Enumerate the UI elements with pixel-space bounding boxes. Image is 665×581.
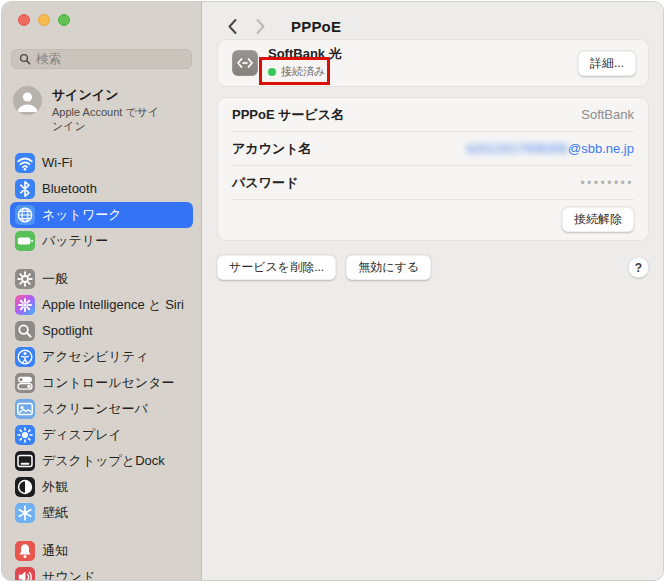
traffic-lights	[10, 2, 193, 26]
minimize-window-button[interactable]	[38, 14, 50, 26]
sidebar-item-label: アクセシビリティ	[42, 348, 148, 366]
sidebar-item-siri[interactable]: Apple Intelligence と Siri	[10, 292, 193, 318]
sidebar-item-label: ディスプレイ	[42, 426, 122, 444]
page-title: PPPoE	[291, 18, 341, 35]
account-name-value: b2012017006305@sbb.ne.jp	[467, 141, 634, 156]
display-icon	[15, 425, 35, 445]
service-name: SoftBank 光	[268, 47, 578, 61]
service-card: SoftBank 光 接続済み 詳細...	[217, 39, 649, 87]
sidebar-item-wifi[interactable]: Wi-Fi	[10, 150, 193, 176]
spotlight-icon	[15, 321, 35, 341]
wifi-icon	[15, 153, 35, 173]
bluetooth-icon	[15, 179, 35, 199]
sidebar-item-label: スクリーンセーバ	[42, 400, 148, 418]
search-input[interactable]: 検索	[11, 49, 192, 69]
sidebar-item-label: ネットワーク	[42, 206, 122, 224]
sidebar-item-control-center[interactable]: コントロールセンター	[10, 370, 193, 396]
settings-window: 検索 サインイン Apple Account でサインイン Wi-FiBluet…	[1, 1, 664, 581]
sidebar-item-wallpaper[interactable]: 壁紙	[10, 500, 193, 526]
account-name-label: アカウント名	[232, 140, 312, 158]
control-center-icon	[15, 373, 35, 393]
account-name-row: アカウント名 b2012017006305@sbb.ne.jp	[232, 132, 634, 166]
main-panel: PPPoE SoftBank 光 接続済み 詳細...	[202, 2, 663, 580]
signin-subtitle: Apple Account でサインイン	[52, 106, 170, 134]
sidebar-item-battery[interactable]: バッテリー	[10, 228, 193, 254]
signin-title: サインイン	[52, 86, 170, 104]
sidebar-item-label: Wi-Fi	[42, 155, 72, 170]
sidebar-item-network-globe[interactable]: ネットワーク	[10, 202, 193, 228]
sidebar-item-spotlight[interactable]: Spotlight	[10, 318, 193, 344]
sound-icon	[15, 567, 35, 581]
search-placeholder: 検索	[36, 51, 61, 68]
sidebar-account-signin[interactable]: サインイン Apple Account でサインイン	[13, 86, 192, 134]
sidebar-item-label: Apple Intelligence と Siri	[42, 296, 184, 314]
footer-actions: サービスを削除... 無効にする ?	[217, 255, 649, 280]
sidebar-item-label: 一般	[42, 270, 68, 288]
battery-icon	[15, 231, 35, 251]
disconnect-button[interactable]: 接続解除	[562, 207, 634, 232]
help-button[interactable]: ?	[628, 257, 649, 278]
sidebar-item-label: 外観	[42, 478, 68, 496]
service-name-label: PPPoE サービス名	[232, 106, 344, 124]
password-value: ••••••••	[580, 176, 634, 190]
notifications-icon	[15, 541, 35, 561]
sidebar-item-label: 壁紙	[42, 504, 68, 522]
gear-icon	[15, 269, 35, 289]
sidebar-item-accessibility[interactable]: アクセシビリティ	[10, 344, 193, 370]
screensaver-icon	[15, 399, 35, 419]
sidebar-item-sound[interactable]: サウンド	[10, 564, 193, 581]
service-status: 接続済み	[268, 64, 578, 79]
sidebar-item-label: バッテリー	[42, 232, 108, 250]
sidebar-item-label: Bluetooth	[42, 181, 97, 196]
sidebar-list: Wi-FiBluetoothネットワークバッテリー一般Apple Intelli…	[10, 150, 193, 581]
delete-service-button[interactable]: サービスを削除...	[217, 255, 336, 280]
pppoe-form-card: PPPoE サービス名 SoftBank アカウント名 b20120170063…	[217, 97, 649, 241]
sidebar-item-label: デスクトップとDock	[42, 452, 165, 470]
sidebar-item-label: コントロールセンター	[42, 374, 174, 392]
sidebar-item-gear[interactable]: 一般	[10, 266, 193, 292]
close-window-button[interactable]	[18, 14, 30, 26]
desktop-dock-icon	[15, 451, 35, 471]
service-name-row: PPPoE サービス名 SoftBank	[232, 98, 634, 132]
details-button[interactable]: 詳細...	[578, 51, 636, 76]
status-dot	[268, 68, 276, 76]
disconnect-row: 接続解除	[232, 200, 634, 240]
search-icon	[19, 53, 31, 65]
siri-icon	[15, 295, 35, 315]
zoom-window-button[interactable]	[58, 14, 70, 26]
sidebar-item-label: サウンド	[42, 568, 95, 581]
disable-button[interactable]: 無効にする	[346, 255, 431, 280]
account-redacted-text: b2012017006305	[467, 141, 568, 156]
sidebar-item-appearance[interactable]: 外観	[10, 474, 193, 500]
network-globe-icon	[15, 205, 35, 225]
password-label: パスワード	[232, 174, 298, 192]
appearance-icon	[15, 477, 35, 497]
status-text: 接続済み	[281, 64, 325, 79]
sidebar-item-screensaver[interactable]: スクリーンセーバ	[10, 396, 193, 422]
sidebar-item-desktop-dock[interactable]: デスクトップとDock	[10, 448, 193, 474]
wallpaper-icon	[15, 503, 35, 523]
sidebar-item-label: 通知	[42, 542, 68, 560]
sidebar: 検索 サインイン Apple Account でサインイン Wi-FiBluet…	[2, 2, 202, 580]
back-button[interactable]	[223, 18, 241, 35]
sidebar-item-notifications[interactable]: 通知	[10, 538, 193, 564]
forward-button[interactable]	[251, 18, 269, 35]
accessibility-icon	[15, 347, 35, 367]
sidebar-item-label: Spotlight	[42, 323, 93, 338]
pppoe-service-icon	[232, 50, 258, 76]
avatar	[13, 86, 42, 115]
account-domain-text: @sbb.ne.jp	[568, 141, 634, 156]
password-row: パスワード ••••••••	[232, 166, 634, 200]
service-name-value: SoftBank	[581, 107, 634, 122]
main-header: PPPoE	[217, 2, 649, 38]
sidebar-item-display[interactable]: ディスプレイ	[10, 422, 193, 448]
sidebar-item-bluetooth[interactable]: Bluetooth	[10, 176, 193, 202]
